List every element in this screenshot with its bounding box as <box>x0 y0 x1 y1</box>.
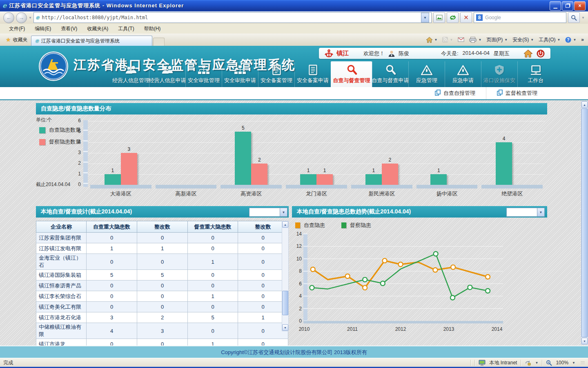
nav-item-安全审批申请[interactable]: 安全审批申请 <box>222 61 258 87</box>
svg-text:14: 14 <box>296 231 302 237</box>
table-row[interactable]: 江苏镇江发电有限1100 <box>36 243 288 254</box>
subnav-item-监督检查管理[interactable]: 监督检查管理 <box>486 87 548 99</box>
table-cell: 0 <box>137 233 188 243</box>
menu-item[interactable]: 文件(F) <box>4 24 30 34</box>
status-text: 完成 <box>3 359 13 366</box>
home-button[interactable]: ▼ <box>426 37 438 43</box>
scroll-up-icon[interactable]: ▲ <box>282 221 288 228</box>
feeds-button[interactable]: ▼ <box>442 37 453 43</box>
stats-table: 企业名称自查重大隐患数整改数督查重大隐患数整改数江苏索普集团有限0000江苏镇江… <box>36 221 288 350</box>
safety-menu[interactable]: 安全(S)▼ <box>512 36 534 43</box>
welcome-strip: 镇江 欢迎您！ 陈俊 今天是: 2014-04-04 星期五 <box>319 48 550 59</box>
orgchart-icon <box>198 64 209 75</box>
stop-button[interactable]: ✕ <box>460 12 472 23</box>
x-category-label: 高资港区 <box>218 190 284 197</box>
page-scrollbar[interactable]: ▲ ▼ <box>581 101 588 345</box>
mail-button[interactable] <box>458 37 464 42</box>
x-category-label: 新民洲港区 <box>349 190 414 197</box>
menu-item[interactable]: 收藏夹(A) <box>82 24 113 34</box>
document-icon <box>308 64 318 75</box>
table-row[interactable]: 镇江奇美化工有限0000 <box>36 302 288 312</box>
overflow-chevron[interactable]: » <box>581 37 584 43</box>
new-tab-button[interactable] <box>153 38 165 46</box>
close-button[interactable]: × <box>574 1 586 11</box>
table-cell: 中储粮镇江粮油有限 <box>36 323 87 339</box>
pages-icon <box>435 90 441 97</box>
back-button[interactable]: ← <box>3 12 14 23</box>
x-axis-segment <box>416 185 478 188</box>
search-box[interactable]: 8 Google <box>474 12 566 23</box>
tab-ie-icon: e <box>36 38 39 44</box>
nav-item-安全审批管理[interactable]: 安全审批管理 <box>185 61 222 87</box>
table-row[interactable]: 江苏索普集团有限0000 <box>36 233 288 243</box>
nav-item-应急申请[interactable]: 应急申请 <box>445 61 481 87</box>
tools-menu[interactable]: 工具(O)▼ <box>539 36 560 43</box>
menu-item[interactable]: 工具(T) <box>113 24 139 34</box>
table-scrollbar[interactable]: ▲ ▼ <box>282 221 289 331</box>
scroll-down-icon[interactable]: ▼ <box>282 324 288 331</box>
page-menu[interactable]: 页面(P)▼ <box>486 36 508 43</box>
svg-text:4: 4 <box>299 293 302 299</box>
table-row[interactable]: 金海宏业（镇江）石0010 <box>36 254 288 270</box>
protected-mode-dropdown[interactable]: ▼ <box>535 361 538 365</box>
menu-item[interactable]: 帮助(H) <box>139 24 166 34</box>
table-scroll-thumb[interactable] <box>282 291 288 315</box>
table-row[interactable]: 镇江港国际集装箱5500 <box>36 270 288 280</box>
bar-chart-plot: 13大港港区高新港区52高资港区11龙门港区12新民洲港区1扬中港区4绝壁港区 <box>88 121 545 185</box>
table-cell: 江苏索普集团有限 <box>36 233 87 243</box>
home-shortcut-icon[interactable] <box>523 49 532 58</box>
x-axis-segment <box>156 185 217 188</box>
page-body: 江苏省港口安全监管与应急管理系统 镇江 欢迎您！ 陈俊 今天是: 2014-04… <box>0 46 588 358</box>
nav-item-经营人信息申请[interactable]: 经营人信息申请 <box>149 61 185 87</box>
table-cell: 镇江李长荣综合石 <box>36 291 87 302</box>
url-input[interactable]: e http://localhost:8080/yjpt/Main.html ▼ <box>33 12 432 23</box>
table-cell: 0 <box>87 233 137 243</box>
help-menu[interactable]: ? ▼ <box>565 37 576 43</box>
tab-active[interactable]: e 江苏省港口安全监管与应急管理系统 <box>31 36 152 46</box>
bar-panel-title: 自查隐患/督查隐患数量分布 <box>36 103 547 114</box>
menu-item[interactable]: 编辑(E) <box>30 24 56 34</box>
bar-value-label: 5 <box>235 125 251 131</box>
nav-item-应急管理[interactable]: 应急管理 <box>408 61 445 87</box>
restore-button[interactable] <box>562 1 573 11</box>
menu-item[interactable]: 查看(V) <box>56 24 82 34</box>
page-scroll-thumb[interactable] <box>581 108 588 337</box>
compatibility-button[interactable] <box>433 12 445 23</box>
x-category-label: 绝壁港区 <box>479 190 545 197</box>
resize-grip[interactable] <box>581 361 585 364</box>
table-row[interactable]: 镇江市港龙石化港3251 <box>36 312 288 323</box>
table-row[interactable]: 中储粮镇江粮油有限4300 <box>36 323 288 339</box>
bar-chart-y-axis <box>83 120 88 187</box>
nav-item-安全备案申请[interactable]: 安全备案申请 <box>294 61 331 87</box>
forward-button[interactable]: → <box>16 12 27 23</box>
nav-item-自查与督查申请[interactable]: 自查与督查申请 <box>372 61 408 87</box>
nav-item-安全备案管理[interactable]: 安全备案管理 <box>258 61 294 87</box>
print-button[interactable]: ▼ <box>469 37 481 43</box>
favorites-button[interactable]: ★ 收藏夹 <box>2 35 31 45</box>
history-dropdown[interactable]: ▼ <box>29 16 32 20</box>
zoom-dropdown[interactable]: ▼ <box>572 361 575 365</box>
table-row[interactable]: 镇江恒泰沥青产品0000 <box>36 280 288 291</box>
trend-filter-dropdown[interactable]: ▼ <box>506 208 545 217</box>
search-go-button[interactable] <box>568 12 580 23</box>
city-label: 镇江 <box>336 49 349 57</box>
protected-mode-icon[interactable] <box>525 360 531 366</box>
nav-item-工作台[interactable]: 工作台 <box>517 61 554 87</box>
nav-item-自查与督查管理[interactable]: 自查与督查管理 <box>331 61 372 87</box>
logout-power-icon[interactable] <box>537 49 545 58</box>
table-cell: 5 <box>87 270 137 280</box>
search-options-dropdown[interactable]: ▼ <box>581 16 585 20</box>
page-ie-icon: e <box>36 14 39 21</box>
refresh-button[interactable] <box>447 12 459 23</box>
scroll-down-icon[interactable]: ▼ <box>581 338 588 344</box>
table-row[interactable]: 镇江李长荣综合石0010 <box>36 291 288 302</box>
minimize-button[interactable]: ▁ <box>550 1 561 11</box>
nav-item-经营人信息管理[interactable]: 经营人信息管理 <box>113 61 149 87</box>
nav-item-港口设施保安[interactable]: 港口设施保安 <box>481 61 517 87</box>
scroll-up-icon[interactable]: ▲ <box>581 101 588 108</box>
table-filter-dropdown[interactable]: ▼ <box>249 208 287 217</box>
url-dropdown[interactable]: ▼ <box>421 13 429 22</box>
subnav-item-自查自报管理[interactable]: 自查自报管理 <box>424 87 486 99</box>
column-header: 督查重大隐患数 <box>188 221 238 233</box>
zoom-level[interactable]: 100% <box>556 360 568 366</box>
